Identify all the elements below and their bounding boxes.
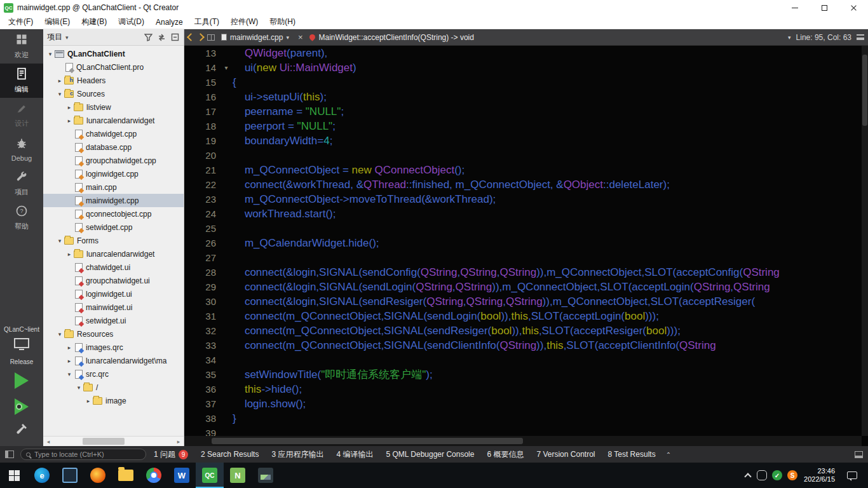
editor-menu-icon[interactable] xyxy=(857,34,864,40)
fold-marker-icon[interactable]: ▾ xyxy=(220,60,233,75)
mode-help-question[interactable]: ?帮助 xyxy=(0,201,43,235)
taskbar-clock[interactable]: 23:46 2022/6/15 xyxy=(804,467,835,484)
output-pane-up-icon[interactable]: ⌃ xyxy=(666,451,671,458)
tree-item-database.cpp[interactable]: database.cpp xyxy=(43,140,184,154)
chevron-collapsed-icon[interactable]: ▸ xyxy=(65,104,74,111)
tree-item-listview[interactable]: ▸listview xyxy=(43,100,184,114)
tree-item-lunarcalendarwidget[interactable]: ▸lunarcalendarwidget xyxy=(43,114,184,127)
chevron-expanded-icon[interactable]: ▾ xyxy=(74,384,83,391)
panel-title[interactable]: 项目 xyxy=(47,32,62,43)
tree-item-setwidget.cpp[interactable]: setwidget.cpp xyxy=(43,220,184,234)
filter-icon[interactable] xyxy=(143,32,153,43)
sidebar-toggle-icon[interactable] xyxy=(5,451,14,458)
symbol-dropdown[interactable]: MainWidget::acceptClientInfo(QString) ->… xyxy=(309,33,785,42)
scrollbar-thumb[interactable] xyxy=(862,55,867,126)
panel-dropdown-caret-icon[interactable]: ▾ xyxy=(65,34,69,41)
output-pane-button-5[interactable]: 5 QML Debugger Console xyxy=(384,450,475,459)
tree-item-qconnectobject.cpp[interactable]: qconnectobject.cpp xyxy=(43,207,184,220)
menu-item-4[interactable]: Analyze xyxy=(150,15,189,29)
mode-projects-wrench[interactable]: 项目 xyxy=(0,166,43,201)
collapse-all-icon[interactable] xyxy=(170,32,180,43)
tree-item-headers[interactable]: ▸hHeaders xyxy=(43,74,184,87)
tree-item-sources[interactable]: ▾cSources xyxy=(43,87,184,100)
tree-item-resources[interactable]: ▾Resources xyxy=(43,327,184,341)
taskbar-firefox-button[interactable] xyxy=(84,463,112,488)
output-pane-button-2[interactable]: 2 Search Results xyxy=(200,450,260,459)
tree-item-groupchatwidget.cpp[interactable]: groupchatwidget.cpp xyxy=(43,154,184,167)
tree-item-qlanchatclient.pro[interactable]: QLanChatClient.pro xyxy=(43,60,184,74)
tray-sogou-icon[interactable]: S xyxy=(787,470,797,480)
tree-item-qlanchatclient[interactable]: ▾QLanChatClient xyxy=(43,47,184,60)
chevron-collapsed-icon[interactable]: ▸ xyxy=(84,398,93,404)
tree-item-forms[interactable]: ▾Forms xyxy=(43,234,184,247)
chevron-collapsed-icon[interactable]: ▸ xyxy=(65,358,74,364)
taskbar-explorer-monitor-button[interactable] xyxy=(56,463,84,488)
scrollbar-thumb[interactable] xyxy=(212,438,523,444)
taskbar-screenshot-tool-button[interactable] xyxy=(252,463,280,488)
tree-item-setwidget.ui[interactable]: setwidget.ui xyxy=(43,314,184,327)
tree-item-lunarcalendarwidget[interactable]: ▸lunarcalendarwidget xyxy=(43,247,184,261)
output-pane-button-6[interactable]: 6 概要信息 xyxy=(485,449,525,460)
tree-item-chatwidget.cpp[interactable]: chatwidget.cpp xyxy=(43,127,184,140)
tree-item-lunarcalendarwidget-ma[interactable]: ▸lunarcalendarwidget\ma xyxy=(43,354,184,367)
mode-edit-document[interactable]: 编辑 xyxy=(0,64,43,98)
chevron-collapsed-icon[interactable]: ▸ xyxy=(65,251,74,257)
tree-item-mainwidget.ui[interactable]: mainwidget.ui xyxy=(43,301,184,314)
editor-horizontal-scrollbar[interactable] xyxy=(184,436,862,446)
maximize-button[interactable] xyxy=(810,0,839,15)
tree-item-main.cpp[interactable]: main.cpp xyxy=(43,180,184,194)
menu-item-0[interactable]: 文件(F) xyxy=(3,15,39,29)
scroll-right-icon[interactable]: ▸ xyxy=(173,437,184,447)
kit-project-label[interactable]: QLanC~lient xyxy=(4,326,39,333)
output-pane-button-7[interactable]: 7 Version Control xyxy=(535,450,596,459)
menu-item-6[interactable]: 控件(W) xyxy=(225,15,264,29)
scroll-left-icon[interactable]: ◂ xyxy=(43,437,53,447)
chevron-expanded-icon[interactable]: ▾ xyxy=(55,91,64,97)
sync-with-editor-icon[interactable] xyxy=(156,32,166,43)
locator-search[interactable] xyxy=(20,449,146,460)
close-document-button[interactable]: × xyxy=(295,32,306,42)
tree-item-src.qrc[interactable]: ▾src.qrc xyxy=(43,367,184,381)
menu-item-5[interactable]: 工具(T) xyxy=(189,15,225,29)
tree-item-loginwidget.ui[interactable]: loginwidget.ui xyxy=(43,287,184,301)
chevron-expanded-icon[interactable]: ▾ xyxy=(65,371,74,377)
chevron-expanded-icon[interactable]: ▾ xyxy=(55,238,64,244)
tree-item-loginwidget.cpp[interactable]: loginwidget.cpp xyxy=(43,167,184,180)
start-button[interactable] xyxy=(0,463,28,488)
taskbar-folder-button[interactable] xyxy=(112,463,140,488)
tree-item-chatwidget.ui[interactable]: chatwidget.ui xyxy=(43,261,184,274)
output-pane-button-1[interactable]: 1 问题9 xyxy=(153,449,189,460)
chevron-down-icon[interactable]: ▾ xyxy=(788,34,791,41)
tray-security-icon[interactable]: ✓ xyxy=(772,470,782,480)
output-pane-button-8[interactable]: 8 Test Results xyxy=(606,450,656,459)
editor-vertical-scrollbar[interactable] xyxy=(862,46,868,436)
taskbar-word-button[interactable]: W xyxy=(168,463,196,488)
chevron-expanded-icon[interactable]: ▾ xyxy=(46,51,55,57)
chevron-collapsed-icon[interactable]: ▸ xyxy=(65,118,74,124)
menu-item-1[interactable]: 编辑(E) xyxy=(39,15,76,29)
chevron-expanded-icon[interactable]: ▾ xyxy=(55,331,64,337)
chevron-collapsed-icon[interactable]: ▸ xyxy=(65,344,74,351)
tree-item-mainwidget.cpp[interactable]: mainwidget.cpp xyxy=(43,194,184,207)
open-file-dropdown[interactable]: mainwidget.cpp ▾ xyxy=(219,33,292,42)
tree-item-groupchatwidget.ui[interactable]: groupchatwidget.ui xyxy=(43,274,184,287)
kit-config-label[interactable]: Release xyxy=(10,358,34,365)
notification-center-button[interactable] xyxy=(841,471,863,479)
menu-item-7[interactable]: 帮助(H) xyxy=(264,15,301,29)
tray-chevron-up-icon[interactable] xyxy=(744,473,751,480)
chevron-collapsed-icon[interactable]: ▸ xyxy=(55,78,64,84)
mode-design-brush[interactable]: 设计 xyxy=(0,98,43,132)
code-area[interactable]: 13 QWidget(parent),14▾ ui(new Ui::MainWi… xyxy=(184,46,862,436)
mode-debug-bug[interactable]: Debug xyxy=(0,132,43,166)
menu-item-2[interactable]: 构建(B) xyxy=(76,15,112,29)
output-pane-button-3[interactable]: 3 应用程序输出 xyxy=(270,449,325,460)
build-hammer-button[interactable] xyxy=(14,422,29,440)
run-button[interactable] xyxy=(15,372,29,389)
project-horizontal-scrollbar[interactable]: ◂ ▸ xyxy=(43,436,184,446)
target-monitor-icon[interactable] xyxy=(13,337,30,354)
taskbar-chrome-button[interactable] xyxy=(140,463,168,488)
taskbar-qtcreator-button[interactable]: QC xyxy=(196,463,224,488)
scrollbar-thumb[interactable] xyxy=(83,438,125,445)
close-button[interactable] xyxy=(839,0,868,15)
go-back-icon[interactable] xyxy=(187,33,195,41)
